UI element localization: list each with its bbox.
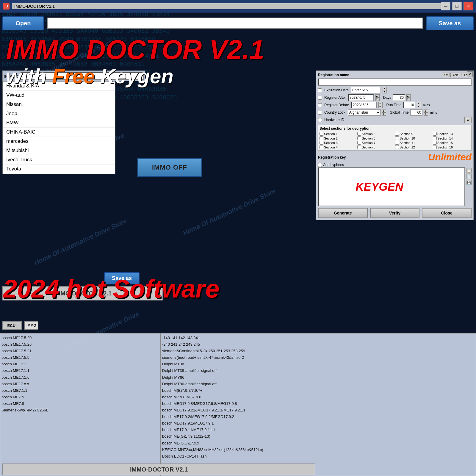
days-spin-up[interactable]: ▲ xyxy=(406,94,411,98)
days-spin-down[interactable]: ▼ xyxy=(406,98,411,101)
immo-title-area: IMMO DOCTOR V2.1 with Free Keygen xyxy=(6,36,470,88)
global-time-input[interactable] xyxy=(411,109,422,116)
reg-key-icons: 📋 📄 💾 xyxy=(466,167,472,206)
maximize-btn[interactable]: □ xyxy=(452,2,462,10)
dropdown-item-china[interactable]: CHINA-BAIC xyxy=(3,128,115,137)
reg-after-checkbox[interactable] xyxy=(318,96,322,100)
country-lock-row: Country Lock Afghanistan ▲ ▼ Global Time… xyxy=(318,109,472,116)
list-item: Siemens-5wp_4M27C256B xyxy=(1,407,159,414)
runtime-spin-up[interactable]: ▲ xyxy=(417,102,421,105)
expiration-date-input[interactable] xyxy=(351,87,381,93)
section-10: Section 10 xyxy=(395,136,432,140)
paste-icon[interactable]: 📄 xyxy=(466,174,472,179)
section-4: Section 4 xyxy=(320,145,357,149)
close-btn[interactable]: ✕ xyxy=(464,2,473,10)
country-spin-down[interactable]: ▼ xyxy=(382,112,386,116)
save-icon[interactable]: 💾 xyxy=(466,180,472,185)
minimize-btn[interactable]: ─ xyxy=(441,2,450,10)
dropdown-item-vw[interactable]: VW-audi xyxy=(3,91,115,100)
reg-after-input[interactable] xyxy=(348,94,374,101)
list-item: bosch MED17.9.8/MEDG17.9.8/MEG17.9.8 xyxy=(162,400,475,407)
subtitle-with: with xyxy=(6,65,46,87)
list-item: bosch ME17.x.x xyxy=(1,381,159,387)
list-item: KEFICO-MH72xx,MH83xx,MH82xx-(128kb&256kb… xyxy=(162,447,475,453)
section-3: Section 3 xyxy=(320,141,357,145)
list-item: Delphi MT38 xyxy=(162,361,475,367)
dropdown-item-nissan[interactable]: Nissan xyxy=(3,100,115,109)
reg-key-textarea[interactable] xyxy=(318,167,465,206)
list-item: bosch ME(G.D)17.x.x xyxy=(162,440,475,447)
dropdown-item-toyota[interactable]: Toyota xyxy=(3,165,115,174)
section-6: Section 6 xyxy=(357,136,394,140)
list-item: Bosch EDC17CP14 Flash xyxy=(162,453,475,460)
immo-off-button[interactable]: IMMO OFF xyxy=(137,158,202,177)
list-item: Delphi MT86-amplifier signal off xyxy=(162,381,475,387)
main-window: 406B2 3B3 45630 2 04531 B35A 4 63 B353 5… xyxy=(0,0,476,476)
ecu-left-panel: bosch ME17.5.20 bosch ME17.5.26 bosch ME… xyxy=(0,333,161,476)
subtitle-keygen: Keygen xyxy=(100,65,173,87)
title-bar-text: IMMO-DOCTOR V2.1 xyxy=(12,3,441,9)
runtime-spin-down[interactable]: ▼ xyxy=(417,105,421,108)
immo-subtitle: with Free Keygen xyxy=(6,65,470,88)
section-8: Section 8 xyxy=(357,145,394,149)
copy-icon[interactable]: 📋 xyxy=(466,168,472,173)
add-hyphens-checkbox[interactable] xyxy=(318,163,322,167)
save-as-button[interactable]: Save as xyxy=(426,16,474,30)
dropdown-item-mitsubishi[interactable]: Mitsubishi xyxy=(3,146,115,155)
dropdown-list: Hyundai & KIA VW-audi Nissan Jeep BMW CH… xyxy=(2,81,115,174)
days-input[interactable] xyxy=(393,94,405,101)
dropdown-item-mercedes[interactable]: mercedes xyxy=(3,137,115,146)
ecu-right-panel: -140 141 142 143 341 -240 241 242 243 24… xyxy=(161,333,476,476)
file-path-input[interactable] xyxy=(47,18,423,29)
section-12: Section 12 xyxy=(395,145,432,149)
list-item: Delphi MT38-amplifier signal off xyxy=(162,367,475,374)
runtime-label: Run Time xyxy=(386,103,401,107)
dropdown-item-iveco[interactable]: Iveco Truck xyxy=(3,155,115,165)
after-spin-up[interactable]: ▲ xyxy=(375,94,380,98)
close-button[interactable]: Close xyxy=(422,208,472,218)
generate-button[interactable]: Generate xyxy=(318,208,368,218)
sections-title: Select sections for decryption xyxy=(320,126,470,131)
section-13: Section 13 xyxy=(433,132,470,136)
list-item: bosch ME17.1.6 xyxy=(1,374,159,381)
expiration-row: Expiration Date ▲ ▼ xyxy=(318,87,472,93)
days-label: Days xyxy=(383,95,391,100)
reg-before-checkbox[interactable] xyxy=(318,103,322,107)
hardware-id-label: Hardware ID xyxy=(324,118,344,122)
section-1: Section 1 xyxy=(320,132,357,136)
section-5: Section 5 xyxy=(357,132,394,136)
list-item: bosch M(E)7.9.7/7.9.7+ xyxy=(162,387,475,394)
country-lock-select[interactable]: Afghanistan xyxy=(348,109,381,116)
globaltime-mins: mins xyxy=(430,111,437,114)
list-item: bosch ME17.5.20 xyxy=(1,335,159,341)
hardware-id-btn[interactable]: ⚙ xyxy=(464,117,472,123)
hardware-id-checkbox[interactable] xyxy=(318,118,322,122)
open-button[interactable]: Open xyxy=(2,16,44,30)
immo-label-bottom: IMMO-DOCTOR V2.1 xyxy=(2,464,315,475)
bottom-btns: Generate Verity Close xyxy=(318,208,472,218)
exp-spin-down[interactable]: ▼ xyxy=(383,90,387,93)
before-spin-up[interactable]: ▲ xyxy=(378,102,383,105)
list-item: Delphi MY86 xyxy=(162,374,475,381)
before-spin-down[interactable]: ▼ xyxy=(378,105,383,108)
dropdown-item-bmw[interactable]: BMW xyxy=(3,118,115,128)
title-bar: ID IMMO-DOCTOR V2.1 ─ □ ✕ xyxy=(0,0,476,12)
globaltime-spin-up[interactable]: ▲ xyxy=(424,109,428,112)
list-item: bosch M7.9.8 MG7.9.8 xyxy=(162,394,475,400)
country-spin-up[interactable]: ▲ xyxy=(382,109,386,112)
list-item: -140 141 142 143 341 xyxy=(162,335,475,341)
section-2: Section 2 xyxy=(320,136,357,140)
reg-after-label: Register After xyxy=(324,95,346,100)
after-spin-down[interactable]: ▼ xyxy=(375,98,380,101)
runtime-input[interactable] xyxy=(403,102,415,108)
reg-before-input[interactable] xyxy=(351,102,377,108)
ecu-area: bosch ME17.5.20 bosch ME17.5.26 bosch ME… xyxy=(0,333,476,476)
dropdown-item-jeep[interactable]: Jeep xyxy=(3,109,115,118)
country-lock-checkbox[interactable] xyxy=(318,111,322,115)
hot-software-text: 2024 hot Software xyxy=(3,274,315,303)
sections-grid: Section 1 Section 5 Section 9 Section 13… xyxy=(320,132,470,149)
immo-badge: IMMO xyxy=(24,321,38,330)
verify-button[interactable]: Verity xyxy=(370,208,420,218)
globaltime-spin-down[interactable]: ▼ xyxy=(424,112,428,116)
expiration-checkbox[interactable] xyxy=(318,88,322,92)
